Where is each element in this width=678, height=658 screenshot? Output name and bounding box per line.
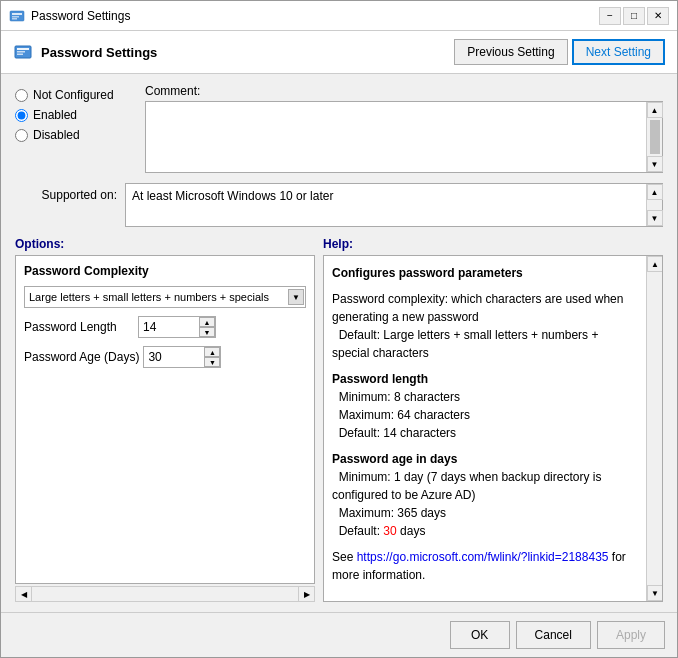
supported-scroll-down[interactable]: ▼ [647, 210, 663, 226]
help-content: Configures password parameters Password … [324, 256, 646, 601]
cancel-button[interactable]: Cancel [516, 621, 591, 649]
help-scrollbar: ▲ ▼ [646, 256, 662, 601]
help-para1: Password complexity: which characters ar… [332, 290, 638, 362]
help-scroll-track [647, 272, 662, 585]
comment-scroll-thumb[interactable] [650, 120, 660, 154]
password-age-down[interactable]: ▼ [204, 357, 220, 367]
supported-scroll-up[interactable]: ▲ [647, 184, 663, 200]
help-box: Configures password parameters Password … [323, 255, 663, 602]
password-length-spinner-buttons: ▲ ▼ [199, 317, 215, 337]
options-scroll-right[interactable]: ▶ [298, 587, 314, 601]
comment-scroll-down[interactable]: ▼ [647, 156, 663, 172]
close-button[interactable]: ✕ [647, 7, 669, 25]
title-bar-controls: − □ ✕ [599, 7, 669, 25]
header-bar: Password Settings Previous Setting Next … [1, 31, 677, 74]
radio-group: Not Configured Enabled Disabled [15, 84, 135, 173]
supported-scrollbar: ▲ ▼ [646, 184, 662, 226]
help-panel: Help: Configures password parameters Pas… [323, 237, 663, 602]
supported-value-wrap: At least Microsoft Windows 10 or later ▲… [125, 183, 663, 227]
options-panel: Options: Password Complexity Large lette… [15, 237, 315, 602]
svg-rect-1 [12, 13, 22, 15]
options-scroll-left[interactable]: ◀ [16, 587, 32, 601]
password-age-up[interactable]: ▲ [204, 347, 220, 357]
password-length-label: Password Length [24, 320, 134, 334]
options-box: Password Complexity Large letters + smal… [15, 255, 315, 584]
svg-rect-3 [12, 18, 17, 20]
comment-section: Comment: ▲ ▼ [145, 84, 663, 173]
nav-buttons: Previous Setting Next Setting [454, 39, 665, 65]
options-box-title-text: Password Complexity [24, 264, 149, 278]
help-para2: Password length Minimum: 8 characters Ma… [332, 370, 638, 442]
help-title: Configures password parameters [332, 264, 638, 282]
password-length-input[interactable] [139, 317, 199, 337]
help-scroll-up[interactable]: ▲ [647, 256, 663, 272]
previous-setting-button[interactable]: Previous Setting [454, 39, 567, 65]
title-bar: Password Settings − □ ✕ [1, 1, 677, 31]
complexity-dropdown[interactable]: Large letters + small letters + numbers … [24, 286, 306, 308]
supported-label: Supported on: [15, 183, 125, 202]
options-box-title: Password Complexity [24, 264, 306, 278]
disabled-radio[interactable]: Disabled [15, 128, 135, 142]
options-label: Options: [15, 237, 315, 251]
header-icon [13, 42, 33, 62]
password-length-row: Password Length ▲ ▼ [24, 316, 306, 338]
comment-textarea-wrap: ▲ ▼ [145, 101, 663, 173]
password-length-down[interactable]: ▼ [199, 327, 215, 337]
password-length-spinner: ▲ ▼ [138, 316, 216, 338]
password-length-up[interactable]: ▲ [199, 317, 215, 327]
svg-rect-2 [12, 16, 19, 18]
main-window: Password Settings − □ ✕ Password Setting… [0, 0, 678, 658]
svg-rect-5 [17, 48, 29, 50]
options-scroll-track [32, 587, 298, 601]
next-setting-button[interactable]: Next Setting [572, 39, 665, 65]
svg-rect-6 [17, 51, 25, 53]
supported-value: At least Microsoft Windows 10 or later [126, 184, 646, 226]
help-label: Help: [323, 237, 663, 251]
password-age-input[interactable] [144, 347, 204, 367]
comment-scroll-up[interactable]: ▲ [647, 102, 663, 118]
apply-button[interactable]: Apply [597, 621, 665, 649]
help-para4: See https://go.microsoft.com/fwlink/?lin… [332, 548, 638, 584]
svg-rect-7 [17, 54, 23, 56]
ok-button[interactable]: OK [450, 621, 510, 649]
comment-scrollbar: ▲ ▼ [646, 102, 662, 172]
content-area: Not Configured Enabled Disabled Comment:… [1, 74, 677, 612]
not-configured-radio[interactable]: Not Configured [15, 88, 135, 102]
help-scroll-down[interactable]: ▼ [647, 585, 663, 601]
header-title: Password Settings [41, 45, 454, 60]
comment-textarea[interactable] [146, 102, 646, 172]
radio-comment-row: Not Configured Enabled Disabled Comment:… [15, 84, 663, 173]
options-scrollbar-h: ◀ ▶ [15, 586, 315, 602]
options-help-row: Options: Password Complexity Large lette… [15, 237, 663, 602]
supported-row: Supported on: At least Microsoft Windows… [15, 183, 663, 227]
window-title: Password Settings [31, 9, 599, 23]
minimize-button[interactable]: − [599, 7, 621, 25]
password-age-row: Password Age (Days) ▲ ▼ [24, 346, 306, 368]
comment-label: Comment: [145, 84, 663, 98]
dropdown-wrap: Large letters + small letters + numbers … [24, 286, 306, 308]
password-age-label: Password Age (Days) [24, 350, 139, 364]
bottom-bar: OK Cancel Apply [1, 612, 677, 657]
password-age-spinner: ▲ ▼ [143, 346, 221, 368]
password-age-spinner-buttons: ▲ ▼ [204, 347, 220, 367]
enabled-radio[interactable]: Enabled [15, 108, 135, 122]
help-para3: Password age in days Minimum: 1 day (7 d… [332, 450, 638, 540]
window-icon [9, 8, 25, 24]
help-link[interactable]: https://go.microsoft.com/fwlink/?linkid=… [357, 550, 609, 564]
maximize-button[interactable]: □ [623, 7, 645, 25]
